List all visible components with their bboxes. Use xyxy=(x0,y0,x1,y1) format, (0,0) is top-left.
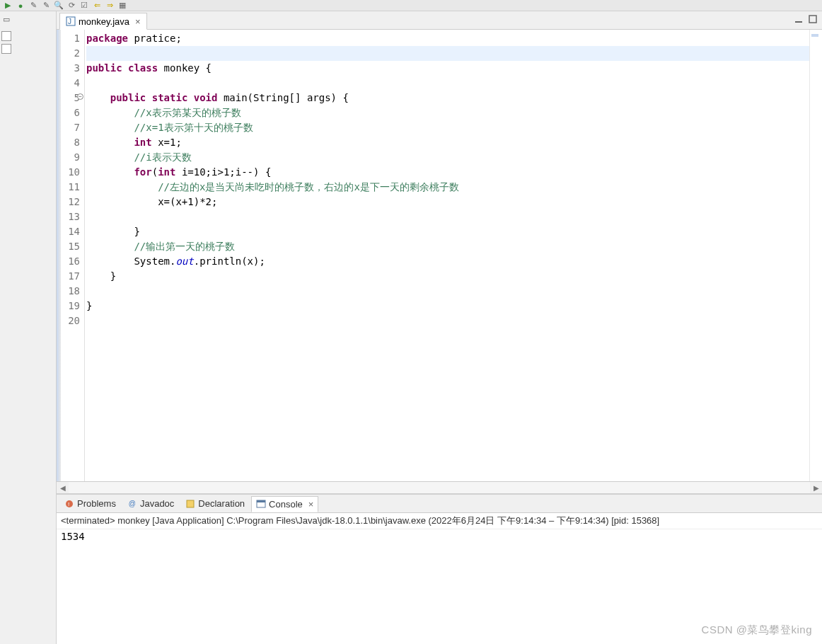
fold-marker-icon[interactable]: − xyxy=(77,93,83,100)
javadoc-icon: @ xyxy=(127,499,137,509)
console-tab-close[interactable]: × xyxy=(308,499,314,510)
code-area[interactable]: package pratice;public class monkey { pu… xyxy=(85,30,809,481)
tab-monkey-java[interactable]: J monkey.java × xyxy=(59,13,147,30)
tab-label: monkey.java xyxy=(79,16,129,27)
svg-rect-8 xyxy=(257,500,265,502)
code-line[interactable]: } xyxy=(86,269,809,284)
editor-body: 12345−67891011121314151617181920 package… xyxy=(57,30,822,481)
tab-declaration-label: Declaration xyxy=(198,498,245,509)
code-line[interactable]: } xyxy=(86,224,809,239)
line-number: 1 xyxy=(61,31,80,46)
scroll-left-icon[interactable]: ◀ xyxy=(57,482,69,494)
run-icon[interactable]: ● xyxy=(16,1,25,11)
left-trim: ▭ xyxy=(0,11,57,644)
line-number: 19 xyxy=(61,299,80,314)
code-line[interactable]: public static void main(String[] args) { xyxy=(86,91,809,105)
view-icon-b[interactable] xyxy=(1,44,11,54)
line-number: 4 xyxy=(61,76,80,91)
scroll-right-icon[interactable]: ▶ xyxy=(810,482,822,494)
tasks-icon[interactable]: ☑ xyxy=(79,1,89,11)
editor-container: J monkey.java × 12345−678910111213141516… xyxy=(57,11,822,644)
wand-icon[interactable]: ✎ xyxy=(28,1,38,11)
svg-rect-3 xyxy=(809,16,816,23)
code-line[interactable] xyxy=(86,284,809,299)
code-line[interactable]: int x=1; xyxy=(86,135,809,150)
minimize-icon[interactable] xyxy=(794,14,804,24)
tab-declaration[interactable]: Declaration xyxy=(180,495,250,512)
scroll-track[interactable] xyxy=(69,482,810,494)
code-line[interactable]: //输出第一天的桃子数 xyxy=(86,239,809,254)
tab-problems[interactable]: ! Problems xyxy=(59,495,121,512)
line-number: 3 xyxy=(61,61,80,76)
code-line[interactable]: //左边的x是当天尚未吃时的桃子数，右边的x是下一天的剩余桃子数 xyxy=(86,180,809,195)
restore-icon[interactable]: ▭ xyxy=(1,14,11,24)
view-icon-a[interactable] xyxy=(1,31,11,41)
line-number: 11 xyxy=(61,180,80,195)
code-line[interactable]: //x=1表示第十天的桃子数 xyxy=(86,120,809,135)
debug-icon[interactable]: ▶ xyxy=(3,1,13,11)
line-number: 15 xyxy=(61,239,80,254)
code-line[interactable]: //x表示第某天的桃子数 xyxy=(86,105,809,120)
line-number-gutter: 12345−67891011121314151617181920 xyxy=(61,30,85,481)
declaration-icon xyxy=(185,499,195,509)
line-number: 12 xyxy=(61,195,80,209)
code-line[interactable]: x=(x+1)*2; xyxy=(86,195,809,209)
line-number: 18 xyxy=(61,284,80,299)
code-line[interactable] xyxy=(86,209,809,224)
line-number: 8 xyxy=(61,135,80,150)
palette-icon[interactable]: ▦ xyxy=(117,1,127,11)
maximize-icon[interactable] xyxy=(808,14,818,24)
svg-rect-2 xyxy=(795,21,802,23)
line-number: 2 xyxy=(61,46,80,61)
line-number: 6 xyxy=(61,105,80,120)
line-number: 7 xyxy=(61,120,80,135)
tab-javadoc[interactable]: @ Javadoc xyxy=(122,495,179,512)
code-line[interactable]: package pratice; xyxy=(86,31,809,46)
tab-problems-label: Problems xyxy=(77,498,116,509)
wand2-icon[interactable]: ✎ xyxy=(41,1,51,11)
tab-console[interactable]: Console × xyxy=(251,496,318,512)
code-line[interactable]: } xyxy=(86,299,809,314)
back-icon[interactable]: ⇐ xyxy=(92,1,102,11)
tab-javadoc-label: Javadoc xyxy=(140,498,174,509)
tab-close-button[interactable]: × xyxy=(135,16,141,27)
code-line[interactable]: public class monkey { xyxy=(86,61,809,76)
line-number: 16 xyxy=(61,254,80,269)
console-header: <terminated> monkey [Java Application] C… xyxy=(57,513,822,529)
bottom-tab-bar: ! Problems @ Javadoc Declaration xyxy=(57,495,822,513)
svg-rect-6 xyxy=(187,500,194,507)
refresh-icon[interactable]: ⟳ xyxy=(66,1,76,11)
overview-ruler[interactable] xyxy=(809,30,822,481)
forward-icon[interactable]: ⇒ xyxy=(105,1,115,11)
line-number: 5− xyxy=(61,91,80,105)
code-line[interactable]: for(int i=10;i>1;i--) { xyxy=(86,165,809,180)
line-number: 14 xyxy=(61,224,80,239)
code-line[interactable] xyxy=(86,76,809,91)
line-number: 9 xyxy=(61,150,80,165)
problems-icon: ! xyxy=(64,499,74,509)
editor-tab-bar: J monkey.java × xyxy=(57,11,822,30)
main-area: ▭ J monkey.java × xyxy=(0,11,822,644)
code-line[interactable] xyxy=(86,314,809,328)
console-output[interactable]: 1534 xyxy=(57,529,822,644)
code-line[interactable] xyxy=(86,46,809,61)
svg-text:J: J xyxy=(68,18,71,25)
console-icon xyxy=(256,499,266,509)
code-line[interactable]: System.out.println(x); xyxy=(86,254,809,269)
horizontal-scrollbar[interactable]: ◀ ▶ xyxy=(57,481,822,493)
search-icon[interactable]: 🔍 xyxy=(54,1,64,11)
line-number: 10 xyxy=(61,165,80,180)
tab-console-label: Console xyxy=(269,499,303,510)
java-file-icon: J xyxy=(66,16,76,26)
line-number: 20 xyxy=(61,314,80,328)
line-number: 17 xyxy=(61,269,80,284)
line-number: 13 xyxy=(61,209,80,224)
bottom-panel: ! Problems @ Javadoc Declaration xyxy=(57,493,822,644)
code-line[interactable]: //i表示天数 xyxy=(86,150,809,165)
svg-text:!: ! xyxy=(68,501,69,507)
toolbar: ▶ ● ✎ ✎ 🔍 ⟳ ☑ ⇐ ⇒ ▦ xyxy=(0,0,822,11)
